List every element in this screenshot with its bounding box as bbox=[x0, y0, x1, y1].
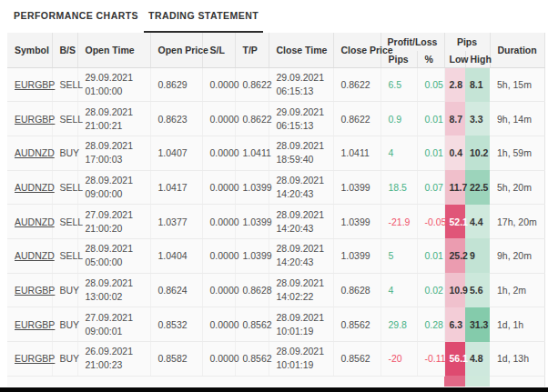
date-text: 28.09.2021 bbox=[277, 208, 331, 222]
profit-loss-pips-cell: 4 bbox=[381, 136, 417, 170]
duration-cell: 9h, 20m bbox=[490, 238, 544, 273]
open-price-cell: 0.8629 bbox=[150, 67, 202, 102]
date-text: 28.09.2021 bbox=[277, 311, 331, 325]
duration-cell: 9h, 14m bbox=[490, 102, 544, 136]
take-profit-cell: 1.0399 bbox=[235, 170, 269, 205]
profit-loss-percent-cell: 0.02 bbox=[417, 273, 444, 307]
profit-loss-percent-cell: -0.11 bbox=[417, 342, 444, 377]
column-header-open-price: Open Price bbox=[150, 33, 202, 67]
profit-loss-percent-cell: 0.01 bbox=[417, 136, 444, 170]
pips-low-cell: 52.1 bbox=[444, 205, 465, 239]
profit-loss-percent-cell: 0.01 bbox=[417, 238, 444, 273]
tab-trading-statement[interactable]: TRADING STATEMENT bbox=[144, 0, 263, 33]
pips-low-cell: 56.1 bbox=[444, 342, 465, 377]
symbol-cell: AUDNZD bbox=[7, 170, 52, 205]
close-time-cell: 28.09.202118:59:40 bbox=[269, 136, 333, 170]
close-time-cell: 29.09.202106:15:13 bbox=[269, 67, 333, 102]
date-text: 28.09.2021 bbox=[86, 139, 148, 153]
symbol-link[interactable]: EURGBP bbox=[15, 353, 55, 364]
partial-cell bbox=[381, 376, 417, 387]
pips-low-cell: 11.7 bbox=[444, 170, 465, 205]
table-row: AUDNZDSELL28.09.202109:00:001.04170.0000… bbox=[7, 170, 544, 205]
date-text: 28.09.2021 bbox=[86, 242, 148, 256]
time-text: 06:15:13 bbox=[277, 119, 331, 133]
buy-sell-cell: SELL bbox=[52, 67, 77, 102]
profit-loss-percent-cell: 0.05 bbox=[417, 67, 444, 102]
open-price-cell: 1.0417 bbox=[150, 170, 202, 205]
symbol-link[interactable]: EURGBP bbox=[15, 79, 55, 90]
stop-loss-cell: 0.0000 bbox=[202, 102, 235, 136]
open-time-cell: 26.09.202121:00:23 bbox=[77, 342, 150, 377]
symbol-link[interactable]: EURGBP bbox=[15, 114, 55, 125]
column-header-close-price: Close Price bbox=[333, 33, 381, 67]
close-time-cell: 28.09.202114:20:43 bbox=[269, 170, 333, 205]
symbol-link[interactable]: AUDNZD bbox=[15, 250, 55, 261]
take-profit-cell: 0.8562 bbox=[235, 307, 269, 342]
column-group-pips: Pips bbox=[444, 33, 490, 51]
close-price-cell: 0.8622 bbox=[333, 67, 381, 102]
partial-cell bbox=[77, 376, 150, 387]
close-price-cell: 1.0399 bbox=[333, 205, 381, 239]
open-price-cell: 1.0377 bbox=[150, 205, 202, 239]
profit-loss-percent-cell: 0.07 bbox=[417, 170, 444, 205]
pips-high-cell: 9 bbox=[465, 238, 490, 273]
date-text: 28.09.2021 bbox=[86, 174, 148, 187]
partial-cell bbox=[269, 376, 333, 387]
profit-loss-pips-cell: 4 bbox=[381, 273, 417, 307]
stop-loss-cell: 0.0000 bbox=[202, 238, 235, 273]
stop-loss-cell: 0.0000 bbox=[202, 67, 235, 102]
date-text: 27.09.2021 bbox=[86, 311, 148, 325]
symbol-link[interactable]: AUDNZD bbox=[15, 147, 55, 158]
buy-sell-cell: SELL bbox=[52, 238, 77, 273]
open-price-cell: 0.8532 bbox=[150, 307, 202, 342]
take-profit-cell: 0.8562 bbox=[235, 342, 269, 377]
symbol-link[interactable]: EURGBP bbox=[15, 285, 55, 296]
close-price-cell: 0.8622 bbox=[333, 102, 381, 136]
pips-low-cell: 8.7 bbox=[444, 102, 465, 136]
column-header-duration: Duration bbox=[490, 33, 544, 67]
open-time-cell: 28.09.202117:00:03 bbox=[77, 136, 150, 170]
table-row: EURGBPBUY27.09.202109:00:010.85320.00000… bbox=[7, 307, 544, 342]
partial-cell bbox=[235, 376, 269, 387]
screenshot-bottom-edge bbox=[0, 387, 548, 392]
partial-cell bbox=[202, 376, 235, 387]
pips-low-cell: 10.9 bbox=[444, 273, 465, 307]
profit-loss-pips-cell: 29.8 bbox=[381, 307, 417, 342]
time-text: 10:01:19 bbox=[277, 325, 331, 338]
take-profit-cell: 0.8622 bbox=[235, 67, 269, 102]
time-text: 09:00:00 bbox=[86, 187, 148, 201]
symbol-link[interactable]: AUDNZD bbox=[15, 182, 55, 193]
table-body: EURGBPSELL29.09.202101:00:000.86290.0000… bbox=[7, 67, 544, 387]
date-text: 26.09.2021 bbox=[86, 345, 148, 358]
time-text: 05:00:00 bbox=[86, 256, 148, 269]
pips-high-cell: 31.3 bbox=[465, 307, 490, 342]
profit-loss-percent-cell: 0.01 bbox=[417, 102, 444, 136]
close-time-cell: 29.09.202106:15:13 bbox=[269, 102, 333, 136]
symbol-cell: AUDNZD bbox=[7, 238, 52, 273]
table-header: Symbol B/S Open Time Open Price S/L T/P … bbox=[7, 33, 544, 67]
close-price-cell: 0.8562 bbox=[333, 342, 381, 377]
symbol-link[interactable]: AUDNZD bbox=[15, 216, 55, 227]
take-profit-cell: 0.8628 bbox=[235, 273, 269, 307]
close-price-cell: 0.8562 bbox=[333, 307, 381, 342]
open-time-cell: 29.09.202101:00:00 bbox=[77, 67, 150, 102]
close-time-cell: 28.09.202110:01:19 bbox=[269, 307, 333, 342]
time-text: 21:00:21 bbox=[86, 119, 148, 133]
profit-loss-pips-cell: 18.5 bbox=[381, 170, 417, 205]
date-text: 28.09.2021 bbox=[277, 139, 331, 153]
stop-loss-cell: 0.0000 bbox=[202, 273, 235, 307]
date-text: 28.09.2021 bbox=[277, 345, 331, 358]
buy-sell-cell: SELL bbox=[52, 170, 77, 205]
take-profit-cell: 1.0411 bbox=[235, 136, 269, 170]
time-text: 14:20:43 bbox=[277, 256, 331, 269]
time-text: 18:59:40 bbox=[277, 153, 331, 166]
symbol-cell: EURGBP bbox=[7, 307, 52, 342]
tab-performance-charts[interactable]: PERFORMANCE CHARTS bbox=[9, 0, 143, 33]
symbol-cell: AUDNZD bbox=[7, 136, 52, 170]
symbol-link[interactable]: EURGBP bbox=[15, 319, 55, 330]
symbol-cell: AUDNZD bbox=[7, 205, 52, 239]
duration-cell: 1h, 2m bbox=[490, 273, 544, 307]
take-profit-cell: 1.0399 bbox=[235, 205, 269, 239]
time-text: 06:15:13 bbox=[277, 85, 331, 98]
column-header-pips-low: Low bbox=[444, 51, 465, 67]
